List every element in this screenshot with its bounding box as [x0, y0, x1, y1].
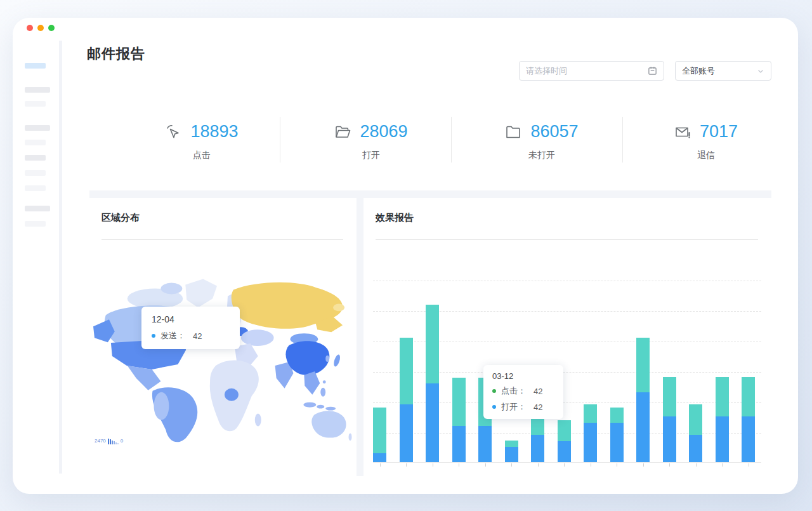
date-range-picker[interactable]: 请选择时间 — [519, 61, 664, 81]
map-tooltip-rows: 发送：42 — [152, 330, 230, 342]
chart-tooltip: 03-12 点击：42打开：42 — [483, 365, 563, 419]
map-tooltip: 12-04 发送：42 — [141, 307, 240, 349]
sidebar-item-active[interactable] — [25, 63, 46, 69]
stat-label: 点击 — [132, 150, 272, 161]
page-title: 邮件报告 — [87, 44, 145, 63]
map-legend-min: 0 — [121, 438, 123, 444]
cursor-click-icon — [165, 124, 181, 140]
bar-column[interactable] — [716, 377, 729, 462]
date-picker-placeholder: 请选择时间 — [526, 65, 648, 77]
bar-segment-click — [689, 404, 702, 435]
bar-segment-click — [663, 377, 676, 416]
bar-segment-open — [742, 416, 755, 462]
bar-column[interactable] — [505, 441, 518, 462]
bar-segment-click — [373, 408, 386, 453]
folder-open-icon — [334, 124, 351, 140]
bar-segment-click — [426, 305, 439, 383]
region-distribution-panel: 区域分布 — [89, 198, 357, 476]
tooltip-row: 发送：42 — [152, 330, 230, 342]
chart-tooltip-rows: 点击：42打开：42 — [492, 385, 554, 413]
series-dot-icon — [492, 389, 496, 393]
bar-column[interactable] — [610, 408, 624, 462]
series-dot-icon — [492, 405, 496, 409]
sidebar-item[interactable] — [25, 140, 46, 145]
bar-column[interactable] — [689, 404, 702, 462]
close-window-button[interactable] — [27, 25, 33, 31]
bar-column[interactable] — [742, 377, 755, 462]
x-axis-tick — [380, 463, 381, 467]
x-axis-tick — [485, 463, 486, 467]
x-axis-tick — [433, 463, 433, 467]
stat-clicks: 18893 点击 — [132, 122, 272, 161]
x-axis-tick — [722, 463, 723, 467]
map-region-greenland — [185, 279, 217, 308]
bar-column[interactable] — [426, 305, 439, 462]
bar-segment-click — [742, 377, 755, 416]
world-map[interactable] — [92, 269, 354, 448]
stat-value: 86057 — [530, 122, 578, 142]
stat-opened: 28069 打开 — [301, 122, 441, 161]
account-select[interactable]: 全部账号 — [675, 61, 771, 81]
bar-segment-open — [505, 447, 518, 462]
sidebar-item[interactable] — [25, 221, 46, 227]
bar-segment-open — [373, 453, 386, 462]
bar-column[interactable] — [558, 420, 571, 462]
bar-segment-click — [452, 378, 466, 426]
stats-row: 18893 点击 28069 打开 — [89, 114, 771, 169]
panels-section: 区域分布 — [89, 190, 771, 476]
bar-segment-click — [505, 441, 518, 447]
bar-segment-click — [636, 338, 650, 392]
zoom-window-button[interactable] — [48, 25, 55, 31]
sidebar-item[interactable] — [25, 101, 46, 107]
bar-chart-bars[interactable] — [373, 246, 755, 462]
x-axis-tick — [511, 463, 512, 467]
x-axis-tick — [406, 463, 407, 467]
bar-segment-open — [531, 435, 544, 462]
x-axis-tick — [538, 463, 539, 467]
panel-title-divider — [102, 239, 343, 240]
bar-column[interactable] — [373, 408, 386, 462]
bar-segment-open — [478, 426, 492, 462]
bar-segment-click — [716, 377, 729, 416]
stat-bounced: 7017 退信 — [636, 122, 776, 161]
bar-segment-click — [610, 408, 624, 423]
sidebar-item[interactable] — [25, 155, 46, 161]
bar-column[interactable] — [636, 338, 650, 462]
folder-closed-icon — [505, 124, 521, 140]
stat-label: 打开 — [301, 150, 441, 161]
stat-divider — [451, 117, 452, 163]
sidebar-item[interactable] — [25, 206, 50, 211]
calendar-icon — [648, 66, 657, 76]
tooltip-row: 点击：42 — [492, 385, 554, 397]
stat-divider — [622, 117, 623, 163]
bar-column[interactable] — [663, 377, 676, 462]
map-tooltip-date: 12-04 — [152, 314, 230, 324]
chart-x-axis — [373, 462, 761, 463]
bar-segment-open — [689, 435, 702, 462]
minimize-window-button[interactable] — [37, 25, 44, 31]
bar-segment-open — [716, 416, 729, 462]
stat-unopened: 86057 未打开 — [472, 122, 612, 161]
map-region-japan — [332, 354, 341, 367]
sidebar-item[interactable] — [25, 170, 46, 176]
bar-segment-open — [400, 404, 413, 462]
sidebar-item[interactable] — [25, 185, 46, 191]
bar-column[interactable] — [400, 338, 413, 462]
bar-column[interactable] — [584, 404, 597, 462]
sidebar-item[interactable] — [25, 125, 50, 131]
bar-segment-open — [558, 441, 571, 462]
window-controls — [27, 25, 55, 31]
chevron-down-icon — [757, 67, 764, 75]
stat-value: 28069 — [360, 122, 407, 142]
bar-segment-click — [558, 420, 571, 441]
x-axis-tick — [749, 463, 749, 467]
map-region-australia — [311, 411, 346, 437]
stat-value: 7017 — [700, 122, 738, 142]
bar-segment-open — [636, 392, 650, 462]
bar-column[interactable] — [452, 378, 466, 462]
x-axis-tick — [564, 463, 565, 467]
map-legend: 2470 0 — [95, 438, 123, 444]
bar-segment-open — [452, 426, 466, 462]
bar-segment-open — [610, 423, 624, 462]
sidebar-item[interactable] — [25, 87, 50, 93]
